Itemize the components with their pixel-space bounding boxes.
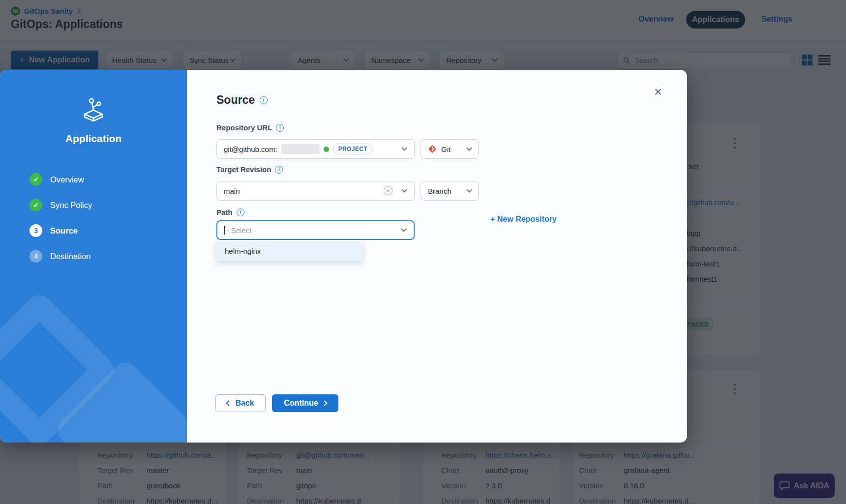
revision-type-select[interactable]: Branch	[421, 181, 479, 201]
check-icon: ✓	[30, 173, 42, 186]
path-select[interactable]: - Select -	[216, 220, 415, 240]
step-number: 3	[30, 224, 42, 237]
clear-icon[interactable]: ✕	[384, 186, 393, 195]
text-cursor	[224, 226, 225, 235]
back-button[interactable]: Back	[215, 394, 266, 412]
git-icon	[428, 145, 437, 153]
repository-url-value: git@github.com:	[224, 145, 277, 153]
target-revision-label: Target Revision i	[216, 165, 283, 174]
info-icon[interactable]: i	[237, 208, 244, 216]
wizard-title: Application	[0, 133, 187, 145]
step-overview[interactable]: ✓ Overview	[30, 173, 84, 186]
redacted-text	[281, 144, 320, 154]
repository-url-label: Repository URL i	[216, 123, 284, 132]
chevron-left-icon	[226, 400, 232, 406]
status-dot-icon	[324, 147, 329, 152]
chevron-down-icon	[401, 145, 407, 150]
step-source[interactable]: 3 Source	[30, 224, 78, 237]
repository-type-select[interactable]: Git	[421, 139, 479, 159]
revision-type-value: Branch	[428, 187, 452, 195]
modal-title: Source i	[216, 93, 268, 107]
step-label: Sync Policy	[50, 201, 92, 210]
chevron-down-icon	[401, 226, 406, 232]
new-repository-link[interactable]: + New Repository	[490, 215, 557, 224]
path-placeholder: - Select -	[227, 226, 256, 235]
chevron-down-icon	[466, 145, 472, 150]
info-icon[interactable]: i	[275, 166, 283, 174]
wizard-sidebar: Application ✓ Overview ✓ Sync Policy 3 S…	[0, 70, 187, 443]
repository-type-value: Git	[441, 145, 451, 153]
info-icon[interactable]: i	[276, 124, 284, 132]
step-label: Overview	[50, 175, 84, 184]
chevron-down-icon	[401, 187, 407, 192]
application-icon	[80, 95, 107, 127]
step-label: Destination	[50, 252, 91, 261]
check-icon: ✓	[30, 199, 42, 211]
info-icon[interactable]: i	[260, 96, 268, 104]
chevron-down-icon	[466, 187, 472, 192]
path-label: Path i	[216, 208, 244, 216]
continue-button[interactable]: Continue	[272, 394, 338, 412]
continue-label: Continue	[284, 399, 318, 408]
step-destination[interactable]: 4 Destination	[30, 250, 91, 263]
repository-url-select[interactable]: git@github.com: PROJECT	[216, 139, 415, 159]
close-icon[interactable]: ×	[654, 86, 662, 99]
chevron-right-icon	[322, 400, 327, 406]
step-number: 4	[30, 250, 42, 263]
step-label: Source	[50, 226, 78, 236]
modal-title-text: Source	[216, 93, 255, 107]
step-sync-policy[interactable]: ✓ Sync Policy	[30, 199, 92, 211]
back-label: Back	[235, 399, 254, 408]
target-revision-input[interactable]: main ✕	[216, 181, 415, 201]
path-option-helm-nginx[interactable]: helm-nginx	[216, 241, 363, 261]
application-wizard-modal: Application ✓ Overview ✓ Sync Policy 3 S…	[0, 70, 687, 443]
target-revision-value: main	[224, 187, 240, 195]
scope-badge: PROJECT	[333, 144, 373, 154]
